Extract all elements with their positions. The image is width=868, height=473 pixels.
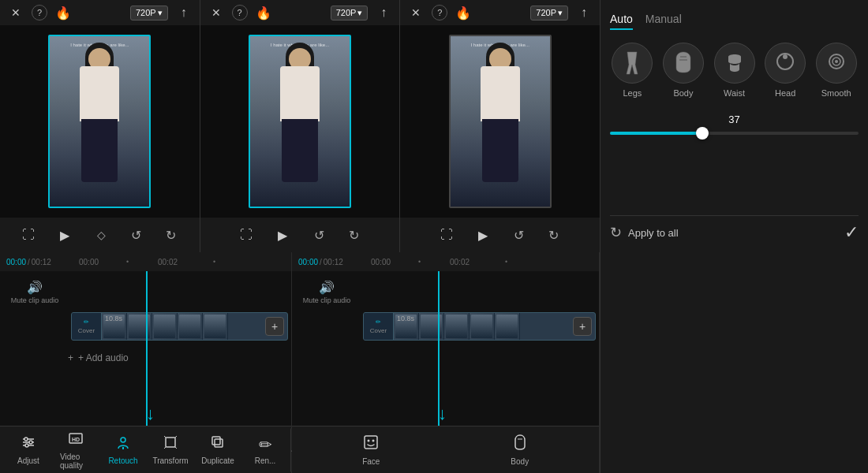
tool-body-bottom[interactable]: Body: [498, 430, 542, 469]
duplicate-label: Duplicate: [201, 456, 234, 465]
fullscreen-btn-3[interactable]: ⛶: [436, 224, 458, 246]
add-clip-btn-2[interactable]: +: [573, 317, 592, 336]
redo-btn-3[interactable]: ↻: [543, 224, 565, 246]
flame-icon-3: 🔥: [454, 3, 473, 22]
mode-tabs: Auto Manual: [610, 9, 859, 30]
wand-btn-1[interactable]: ◇: [90, 224, 112, 246]
audio-track-label-2: 🔊 Mute clip audio: [295, 280, 358, 304]
fullscreen-btn-2[interactable]: ⛶: [235, 224, 257, 246]
playhead-2: [438, 271, 440, 426]
flame-icon-2: 🔥: [254, 3, 273, 22]
panel-1-controls: ⛶ ▶ ◇ ↺ ↻: [0, 218, 200, 252]
rename-icon: ✏: [259, 435, 272, 454]
tool-duplicate[interactable]: Duplicate: [196, 431, 240, 468]
fullscreen-btn-1[interactable]: ⛶: [17, 224, 39, 246]
quality-badge-1[interactable]: 720P ▾: [130, 6, 168, 20]
timeline-tracks-1: 🔊 Mute clip audio ✏ Cover: [0, 271, 291, 426]
clip-thumb: [203, 313, 228, 340]
body-part-head[interactable]: Head: [763, 43, 808, 98]
audio-track-content-2: [363, 277, 596, 306]
tool-video-quality[interactable]: HD Video quality: [54, 427, 98, 473]
play-btn-3[interactable]: ▶: [470, 222, 496, 248]
video-container-2: I hate it when girls are like...: [200, 25, 400, 218]
video-thumbnail-3: I hate it when girls are like...: [449, 35, 552, 208]
help-icon-1[interactable]: ?: [32, 5, 47, 20]
timeline-ruler-2: 00:00 / 00:12 00:00 • 00:02 •: [292, 252, 599, 271]
panel-2-controls: ⛶ ▶ ↺ ↻: [200, 218, 400, 252]
slider-thumb[interactable]: [696, 127, 709, 140]
redo-btn-1[interactable]: ↻: [159, 224, 181, 246]
upload-icon-3[interactable]: ↑: [574, 3, 593, 22]
video-track-row-2: ✏ Cover 10.8s +: [292, 309, 599, 344]
svg-line-18: [164, 436, 166, 438]
upload-icon-2[interactable]: ↑: [374, 3, 393, 22]
video-track-content-1[interactable]: ✏ Cover 10.8s +: [71, 312, 288, 341]
panel-1-toolbar: ✕ ? 🔥 720P ▾ ↑: [0, 0, 200, 25]
undo-btn-3[interactable]: ↺: [508, 224, 530, 246]
play-btn-1[interactable]: ▶: [52, 222, 77, 248]
tool-retouch[interactable]: Retouch: [101, 431, 145, 468]
body-part-body[interactable]: Body: [661, 43, 706, 98]
redo-btn-2[interactable]: ↻: [342, 224, 365, 246]
help-icon-2[interactable]: ?: [232, 5, 248, 20]
undo-btn-1[interactable]: ↺: [125, 224, 147, 246]
video-track-content-2[interactable]: ✏ Cover 10.8s +: [363, 312, 596, 341]
upload-icon-1[interactable]: ↑: [174, 3, 193, 22]
apply-all-label[interactable]: Apply to all: [628, 227, 838, 239]
panel-2-toolbar: ✕ ? 🔥 720P ▾ ↑: [200, 0, 400, 25]
body-parts-grid: Legs Body: [610, 43, 859, 98]
quality-badge-3[interactable]: 720P ▾: [530, 6, 568, 20]
audio-track-content-1: [71, 277, 288, 306]
tool-adjust[interactable]: Adjust: [6, 431, 51, 468]
video-container-3: I hate it when girls are like...: [400, 25, 600, 218]
svg-point-26: [372, 440, 375, 442]
legs-icon: [612, 43, 653, 84]
svg-rect-23: [212, 437, 220, 445]
tool-transform[interactable]: Transform: [148, 431, 193, 468]
video-thumbnail-1: I hate it when girls are like...: [48, 35, 151, 208]
panel-3-toolbar: ✕ ? 🔥 720P ▾ ↑: [400, 0, 600, 25]
add-clip-btn-1[interactable]: +: [265, 317, 284, 336]
close-icon-2[interactable]: ✕: [207, 3, 226, 22]
body-bottom-label: Body: [511, 457, 529, 466]
adjust-icon: [21, 434, 36, 454]
video-container-1: I hate it when girls are like...: [0, 25, 200, 218]
transform-icon: [163, 434, 178, 454]
apply-all-row: ↻ Apply to all ✓: [610, 215, 859, 243]
right-bottom-panel: [600, 252, 868, 473]
tool-face[interactable]: Face: [349, 430, 393, 469]
play-btn-2[interactable]: ▶: [270, 222, 295, 248]
video-clip-2[interactable]: ✏ Cover 10.8s +: [363, 312, 596, 341]
clip-duration-1: 10.8s: [105, 315, 122, 322]
close-icon-1[interactable]: ✕: [6, 3, 25, 22]
close-icon-3[interactable]: ✕: [406, 3, 425, 22]
body-part-waist[interactable]: Waist: [712, 43, 757, 98]
legs-label: Legs: [623, 88, 642, 98]
flame-icon-1: 🔥: [54, 3, 73, 22]
svg-line-21: [175, 447, 177, 449]
body-part-smooth[interactable]: Smooth: [814, 43, 859, 98]
timeline-section-2: 00:00 / 00:12 00:00 • 00:02 • 🔊 Mute cli…: [292, 252, 600, 473]
clip-thumb: [444, 313, 470, 340]
help-icon-3[interactable]: ?: [432, 5, 447, 20]
undo-btn-2[interactable]: ↺: [308, 224, 330, 246]
add-audio-label-1: + Add audio: [78, 352, 129, 363]
slider-track[interactable]: [610, 132, 859, 135]
audio-track-row-2: 🔊 Mute clip audio: [292, 274, 599, 309]
video-clip-1[interactable]: ✏ Cover 10.8s +: [71, 312, 288, 341]
playhead-1: [146, 271, 148, 426]
confirm-icon[interactable]: ✓: [844, 222, 859, 243]
quality-badge-2[interactable]: 720P ▾: [331, 6, 369, 20]
tab-auto[interactable]: Auto: [610, 9, 633, 30]
tab-manual[interactable]: Manual: [645, 9, 682, 30]
panel-3-controls: ⛶ ▶ ↺ ↻: [400, 218, 600, 252]
body-part-legs[interactable]: Legs: [610, 43, 655, 98]
clip-thumb: [470, 313, 495, 340]
clip-duration-2: 10.8s: [397, 315, 414, 322]
tool-rename[interactable]: ✏ Ren...: [243, 432, 287, 468]
timeline-ruler-1: 00:00 / 00:12 00:00 • 00:02 •: [0, 252, 291, 271]
svg-point-6: [835, 60, 838, 63]
slider-value: 37: [610, 114, 859, 125]
refresh-icon: ↻: [610, 224, 622, 241]
duplicate-icon: [210, 434, 226, 454]
